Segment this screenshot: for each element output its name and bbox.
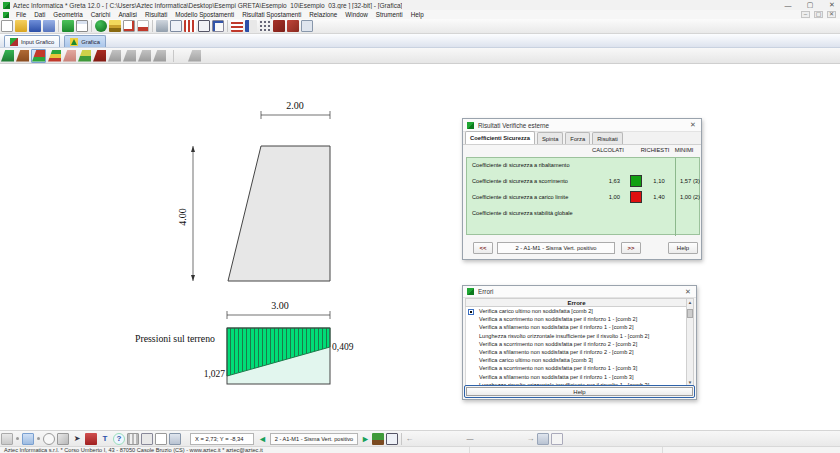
prev-combination-icon[interactable]: ◄ (257, 434, 268, 444)
tab-coefficienti-sicurezza[interactable]: Coefficienti Sicurezza (465, 131, 535, 144)
percent-icon[interactable] (212, 20, 224, 32)
flag-icon[interactable] (245, 20, 257, 32)
pointer-icon[interactable]: ➤ (71, 433, 83, 445)
error-list-item[interactable]: Verifica a sfilamento non soddisfatta pe… (466, 348, 687, 356)
menu-carichi[interactable]: Carichi (87, 11, 115, 18)
close-button[interactable]: ✕ (826, 1, 838, 9)
table-icon[interactable] (76, 20, 88, 32)
tab-risultati[interactable]: Risultati (592, 132, 623, 144)
wall-brown-icon[interactable] (16, 50, 29, 62)
wall-gray-1-icon[interactable] (108, 50, 121, 62)
graphics-canvas[interactable]: 2.00 4.00 3.00 1,027 0,409 Pressioni sul… (0, 64, 840, 430)
menu-geometria[interactable]: Geometria (49, 11, 86, 18)
menu-risultati[interactable]: Risultati (141, 11, 171, 18)
errors-column-header[interactable]: Errore (465, 298, 688, 307)
pan-icon[interactable] (57, 433, 69, 445)
error-list-item[interactable]: Verifica a sfilamento non soddisfatta pe… (466, 323, 687, 331)
sphere-icon[interactable] (95, 20, 107, 32)
wall-red-selected-icon[interactable] (31, 49, 46, 63)
maximize-button[interactable]: ▢ (804, 1, 816, 9)
errors-scrollbar[interactable]: ▲ ▼ (686, 298, 694, 387)
wall-yellowgreen-icon[interactable] (78, 50, 91, 62)
menu-help[interactable]: Help (407, 11, 428, 18)
minimize-button[interactable]: — (782, 2, 794, 9)
scroll-up-icon[interactable]: ▲ (687, 299, 693, 306)
layers-icon[interactable] (109, 20, 121, 32)
error-list-item[interactable]: Verifica carico ultimo non soddisfatta [… (466, 307, 687, 315)
menu-modello-spostamenti[interactable]: Modello Spostamenti (171, 11, 238, 18)
zoom-window-icon[interactable] (1, 433, 13, 445)
combination-combo[interactable]: 2 - A1-M1 - Sisma Vert. positivo (270, 433, 358, 445)
combination-selector[interactable]: 2 - A1-M1 - Sisma Vert. positivo (497, 242, 615, 254)
form-icon[interactable] (170, 20, 182, 32)
arrow-right-icon[interactable] (137, 20, 149, 32)
wall-red-a-icon[interactable] (273, 20, 285, 32)
results-close-icon[interactable]: ✕ (688, 121, 698, 129)
error-list-item[interactable]: Verifica carico ultimo non soddisfatta [… (466, 356, 687, 364)
mdi-close-button[interactable]: ✕ (827, 11, 836, 18)
help-tool-icon[interactable]: ? (113, 433, 125, 445)
new-file-icon[interactable] (1, 20, 13, 32)
error-list-item[interactable]: Verifica a scorrimento non soddisfatta p… (466, 364, 687, 372)
grid-red-icon[interactable] (231, 20, 243, 32)
save-icon[interactable] (29, 20, 41, 32)
wall-darkred-icon[interactable] (93, 50, 106, 62)
window-layout-icon[interactable] (386, 433, 398, 445)
zoom-in-icon[interactable] (22, 433, 34, 445)
tab-input-grafico[interactable]: Input Grafico (4, 35, 60, 47)
next-combination-button[interactable]: >> (621, 242, 641, 254)
export-icon[interactable] (551, 433, 563, 445)
units-icon[interactable] (62, 20, 74, 32)
grid-dots-icon[interactable] (259, 20, 271, 32)
wall-green-icon[interactable] (1, 50, 14, 62)
wall-multicolor-icon[interactable] (48, 50, 61, 62)
tab-grafica[interactable]: Grafica (64, 35, 106, 47)
zoom-extents-icon[interactable] (43, 433, 55, 445)
polygon-icon[interactable] (198, 20, 210, 32)
scrollbar-thumb[interactable] (687, 309, 693, 318)
printer-icon[interactable] (169, 433, 181, 445)
next-combination-icon[interactable]: ► (360, 434, 371, 444)
terrain-icon[interactable] (156, 20, 168, 32)
save-all-icon[interactable] (43, 20, 55, 32)
grid-window-icon[interactable] (141, 433, 153, 445)
wall-red-b-icon[interactable] (287, 20, 299, 32)
menu-dati[interactable]: Dati (30, 11, 49, 18)
prev-combination-button[interactable]: << (473, 242, 493, 254)
errors-dialog-titlebar[interactable]: Errori (463, 286, 696, 298)
page-next-icon[interactable]: → (525, 434, 536, 443)
menu-file[interactable]: File (12, 11, 30, 18)
mdi-minimize-button[interactable]: – (801, 11, 810, 18)
menu-window[interactable]: Window (341, 11, 371, 18)
error-list-item[interactable]: Lunghezza risvolto orizzontale insuffici… (466, 332, 687, 340)
results-help-button[interactable]: Help (668, 242, 698, 254)
tree-view-icon[interactable] (372, 433, 384, 445)
wall-gray-4-icon[interactable] (153, 50, 166, 62)
wall-gray-2-icon[interactable] (123, 50, 136, 62)
page-prev-icon[interactable]: ← (404, 434, 415, 443)
menu-relazione[interactable]: Relazione (305, 11, 341, 18)
wall-pink-icon[interactable] (63, 50, 76, 62)
page-icon[interactable] (155, 433, 167, 445)
print-preview-icon[interactable] (537, 433, 549, 445)
menu-strumenti[interactable]: Strumenti (372, 11, 407, 18)
columns-icon[interactable] (184, 20, 196, 32)
error-list-item[interactable]: Verifica a scorrimento non soddisfatta p… (466, 315, 687, 323)
wall-gray-3-icon[interactable] (138, 50, 151, 62)
tab-spinta[interactable]: Spinta (537, 132, 563, 144)
text-tool-icon[interactable]: T (99, 433, 111, 445)
errors-close-icon[interactable]: ✕ (683, 288, 693, 296)
menu-analisi[interactable]: Analisi (114, 11, 141, 18)
ruler-icon[interactable] (127, 433, 139, 445)
errors-help-button[interactable]: Help (466, 387, 693, 396)
menu-risultati-spostamenti[interactable]: Risultati Spostamenti (238, 11, 305, 18)
mdi-restore-button[interactable]: ▢ (814, 11, 823, 18)
window-small-icon[interactable] (301, 20, 313, 32)
wall-gray-5-icon[interactable] (188, 50, 201, 62)
open-file-icon[interactable] (15, 20, 27, 32)
measure-icon[interactable] (85, 433, 97, 445)
error-list-item[interactable]: Verifica a sfilamento non soddisfatta pe… (466, 373, 687, 381)
tab-forza[interactable]: Forza (565, 132, 590, 144)
error-list-item[interactable]: Verifica a scorrimento non soddisfatta p… (466, 340, 687, 348)
curve-icon[interactable] (123, 20, 135, 32)
